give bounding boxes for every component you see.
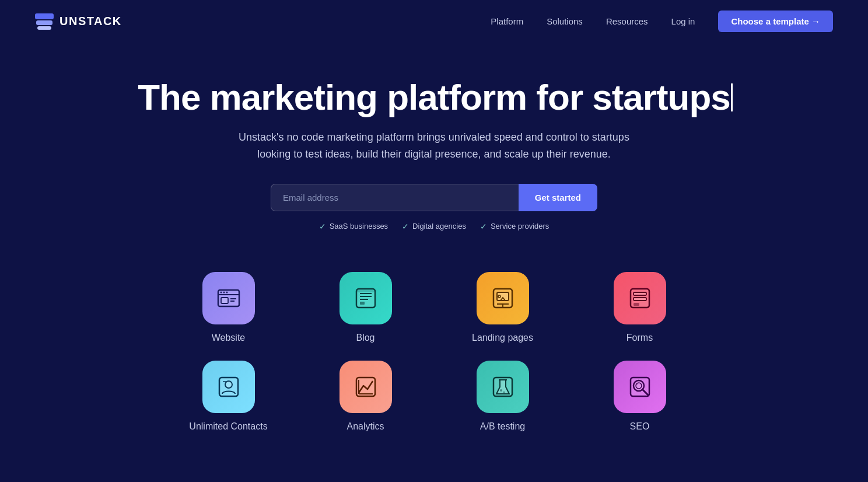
check-icon-saas: ✓ [319, 222, 326, 231]
hero-subtitle: Unstack's no code marketing platform bri… [224, 129, 644, 163]
feature-analytics[interactable]: Analytics [309, 361, 422, 432]
forms-label: Forms [626, 333, 653, 343]
feature-seo[interactable]: SEO [583, 361, 696, 432]
nav-login[interactable]: Log in [671, 16, 695, 26]
logo-text: UNSTACK [60, 15, 122, 28]
ab-testing-icon [489, 373, 517, 401]
badge-providers: ✓ Service providers [480, 222, 549, 231]
website-label: Website [212, 333, 246, 343]
website-icon [215, 284, 243, 312]
feature-unlimited-contacts[interactable]: Unlimited Contacts [172, 361, 285, 432]
ab-testing-icon-box [477, 361, 529, 413]
svg-rect-22 [634, 292, 646, 295]
svg-rect-15 [360, 302, 365, 305]
nav-platform[interactable]: Platform [491, 16, 523, 26]
seo-icon-box [614, 361, 666, 413]
svg-point-35 [503, 391, 505, 393]
website-icon-box [202, 272, 255, 324]
feature-blog[interactable]: Blog [309, 272, 422, 343]
logo-icon [35, 13, 54, 30]
feature-website[interactable]: Website [172, 272, 285, 343]
svg-point-34 [500, 389, 502, 392]
nav-resources[interactable]: Resources [606, 16, 648, 26]
nav-links: Platform Solutions Resources Log in Choo… [491, 11, 833, 32]
landing-pages-icon [489, 284, 517, 312]
email-input[interactable] [271, 184, 519, 211]
svg-point-9 [223, 291, 225, 293]
feature-forms[interactable]: Forms [583, 272, 696, 343]
blog-label: Blog [356, 333, 374, 343]
svg-line-40 [636, 383, 638, 385]
email-form: Get started [271, 184, 597, 211]
svg-rect-2 [37, 26, 51, 30]
hero-title: The marketing platform for startups [138, 78, 730, 117]
badges-row: ✓ SaaS businesses ✓ Digital agencies ✓ S… [23, 222, 845, 231]
analytics-label: Analytics [346, 421, 384, 432]
analytics-icon-box [340, 361, 392, 413]
hero-section: The marketing platform for startups Unst… [0, 43, 868, 243]
blog-icon-box [340, 272, 392, 324]
seo-icon [626, 373, 654, 401]
svg-rect-23 [634, 298, 646, 301]
feature-landing-pages[interactable]: Landing pages [446, 272, 559, 343]
badge-providers-label: Service providers [491, 222, 549, 230]
svg-rect-18 [497, 292, 509, 301]
svg-rect-16 [356, 289, 375, 292]
unlimited-contacts-label: Unlimited Contacts [189, 421, 267, 432]
badge-saas: ✓ SaaS businesses [319, 222, 388, 231]
choose-template-button[interactable]: Choose a template → [718, 11, 833, 32]
nav-solutions[interactable]: Solutions [547, 16, 583, 26]
seo-label: SEO [630, 421, 650, 432]
ab-testing-label: A/B testing [480, 421, 525, 432]
landing-pages-icon-box [477, 272, 529, 324]
svg-rect-5 [221, 298, 228, 303]
forms-icon-box [614, 272, 666, 324]
check-icon-providers: ✓ [480, 222, 487, 231]
badge-agencies: ✓ Digital agencies [402, 222, 466, 231]
navbar: UNSTACK Platform Solutions Resources Log… [0, 0, 868, 43]
badge-agencies-label: Digital agencies [412, 222, 466, 230]
logo[interactable]: UNSTACK [35, 13, 122, 30]
analytics-icon [352, 373, 380, 401]
svg-point-27 [225, 381, 232, 388]
landing-pages-label: Landing pages [472, 333, 533, 343]
svg-point-8 [220, 291, 222, 293]
svg-rect-0 [35, 13, 54, 19]
feature-ab-testing[interactable]: A/B testing [446, 361, 559, 432]
unlimited-contacts-icon [215, 373, 243, 401]
svg-point-10 [226, 291, 228, 293]
features-grid: Website Blog Lan [148, 272, 720, 432]
blog-icon [352, 284, 380, 312]
get-started-button[interactable]: Get started [519, 184, 597, 211]
check-icon-agencies: ✓ [402, 222, 409, 231]
badge-saas-label: SaaS businesses [330, 222, 388, 230]
svg-rect-24 [634, 303, 639, 306]
unlimited-contacts-icon-box [202, 361, 255, 413]
forms-icon [626, 284, 654, 312]
svg-rect-1 [36, 20, 52, 25]
